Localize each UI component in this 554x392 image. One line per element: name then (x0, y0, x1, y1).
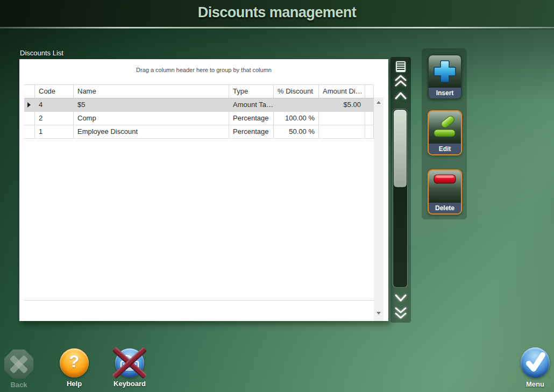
cell-code: 2 (35, 112, 74, 125)
cell-percent: 50.00 % (274, 125, 319, 138)
back-button: Back (0, 350, 38, 389)
help-button-label: Help (55, 380, 93, 388)
help-button[interactable]: ? Help (55, 348, 93, 388)
menu-button[interactable]: Menu (516, 347, 554, 388)
discounts-grid: Drag a column header here to group by th… (19, 59, 388, 321)
selected-row-arrow-icon (27, 102, 31, 108)
keyboard-button[interactable]: Keyboard (111, 348, 148, 388)
menu-button-label: Menu (516, 380, 554, 388)
delete-icon-area (429, 170, 461, 203)
grid-table: Code Name Type % Discount Amount Di… 4 $… (24, 84, 374, 139)
edit-button-label: Edit (429, 144, 461, 154)
row-indicator-cell (24, 112, 35, 125)
scrollbar-track[interactable] (393, 109, 408, 288)
cell-spacer (365, 125, 374, 138)
checkmark-glyph (521, 347, 550, 378)
cell-type: Percentage (229, 112, 274, 125)
pencil-icon (432, 115, 457, 140)
question-glyph: ? (60, 352, 89, 372)
column-header-type[interactable]: Type (229, 85, 274, 98)
question-icon: ? (60, 348, 89, 377)
title-bar: Discounts management (0, 0, 554, 27)
touch-scroller (390, 57, 411, 323)
table-row[interactable]: 1 Employee Discount Percentage 50.00 % (24, 125, 374, 139)
plus-icon (432, 59, 457, 84)
page-icon[interactable] (396, 61, 406, 72)
cell-amount (319, 125, 365, 138)
column-header-code[interactable]: Code (35, 85, 74, 98)
scroll-down-arrow-icon[interactable] (377, 312, 381, 315)
cell-percent: 100.00 % (274, 112, 319, 125)
grid-scrollbar[interactable] (374, 97, 383, 321)
scroll-up-arrow-icon[interactable] (377, 101, 381, 104)
row-indicator-cell (24, 125, 35, 138)
cell-type: Percentage (229, 125, 274, 138)
chevron-up-icon[interactable] (394, 90, 408, 101)
keyboard-button-label: Keyboard (111, 380, 148, 388)
insert-icon-area (429, 55, 461, 88)
insert-button[interactable]: Insert (428, 54, 462, 99)
edit-button[interactable]: Edit (428, 110, 462, 155)
scrollbar-thumb[interactable] (394, 110, 407, 187)
cell-percent (274, 98, 319, 111)
cell-code: 4 (35, 98, 74, 111)
double-chevron-down-icon[interactable] (394, 305, 408, 319)
group-by-drop-area[interactable]: Drag a column header here to group by th… (19, 67, 388, 73)
cell-name: $5 (74, 98, 229, 111)
x-octagon-icon (4, 350, 33, 379)
row-indicator-cell (24, 98, 35, 111)
double-chevron-up-icon[interactable] (394, 74, 408, 88)
back-button-label: Back (0, 381, 38, 389)
table-row[interactable]: 4 $5 Amount Ta… $5.00 (24, 98, 374, 112)
cell-code: 1 (35, 125, 74, 138)
cell-name: Comp (74, 112, 229, 125)
cell-amount (319, 112, 365, 125)
keyboard-icon (115, 348, 144, 377)
table-row[interactable]: 2 Comp Percentage 100.00 % (24, 112, 374, 125)
column-header-percent[interactable]: % Discount (274, 85, 319, 98)
insert-button-label: Insert (429, 88, 461, 98)
delete-button[interactable]: Delete (428, 169, 462, 215)
cell-name: Employee Discount (74, 125, 229, 138)
remove-bar-icon (432, 173, 457, 186)
edit-icon-area (429, 111, 461, 144)
cell-spacer (365, 112, 374, 125)
column-header-amount[interactable]: Amount Di… (319, 85, 365, 98)
title-bar-separator (0, 27, 554, 29)
row-indicator-header (24, 85, 35, 98)
grid-header-row: Code Name Type % Discount Amount Di… (24, 84, 374, 98)
chevron-down-icon[interactable] (394, 293, 408, 303)
delete-button-label: Delete (429, 203, 461, 213)
cell-amount: $5.00 (319, 98, 365, 111)
cell-spacer (365, 98, 374, 111)
column-header-spacer (365, 85, 374, 98)
checkmark-icon (521, 347, 550, 378)
discounts-list-label: Discounts List (20, 49, 63, 57)
column-header-name[interactable]: Name (74, 85, 229, 98)
cell-type: Amount Ta… (229, 98, 274, 111)
page-title: Discounts management (0, 4, 554, 21)
grid-footer-separator (24, 300, 374, 301)
keyboard-glyph (115, 348, 144, 377)
